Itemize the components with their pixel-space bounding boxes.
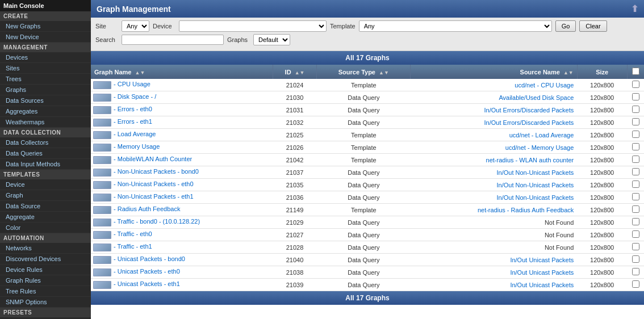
col-header-size[interactable]: Size (577, 65, 627, 79)
site-select[interactable]: Any (122, 20, 149, 32)
graph-name[interactable]: - Traffic - bond0 - (10.0.128.22) (114, 218, 200, 225)
sidebar-item-trees[interactable]: Trees (0, 74, 91, 85)
graph-name[interactable]: - Radius Auth Feedback (114, 205, 180, 212)
sidebar-item-discovered-devices[interactable]: Discovered Devices (0, 254, 91, 265)
graph-source-name[interactable]: ucd/net - Load Average (411, 129, 577, 141)
template-select[interactable]: Any (359, 20, 552, 32)
row-checkbox[interactable] (632, 181, 639, 188)
row-checkbox[interactable] (632, 168, 639, 175)
graph-name[interactable]: - Unicast Packets - eth0 (114, 268, 180, 275)
graph-source-name[interactable]: In/Out Unicast Packets (411, 266, 577, 279)
graph-size: 120x800 (577, 216, 627, 229)
sidebar-item-new-graphs[interactable]: New Graphs (0, 21, 91, 32)
graph-name[interactable]: - Unicast Packets - eth1 (114, 280, 180, 287)
graph-name[interactable]: - Memory Usage (114, 143, 160, 150)
col-header-source-type[interactable]: Source Type ▲▼ (317, 65, 411, 79)
clear-button[interactable]: Clear (579, 20, 607, 32)
graph-name[interactable]: - CPU Usage (114, 81, 150, 87)
sidebar-item-aggregates[interactable]: Aggregates (0, 106, 91, 117)
sidebar-item-device-rules[interactable]: Device Rules (0, 265, 91, 275)
graph-name[interactable]: - Non-Unicast Packets - bond0 (114, 168, 199, 175)
col-header-source-name[interactable]: Source Name ▲▼ (411, 65, 577, 79)
sidebar-item-template-data-source[interactable]: Data Source (0, 201, 91, 212)
go-button[interactable]: Go (555, 20, 576, 32)
device-select[interactable] (179, 20, 327, 32)
graph-name[interactable]: - Non-Unicast Packets - eth1 (114, 193, 194, 200)
col-header-name[interactable]: Graph Name ▲▼ (91, 65, 273, 79)
sidebar-item-new-device[interactable]: New Device (0, 32, 91, 43)
graph-source-name[interactable]: Available/Used Disk Space (411, 91, 577, 104)
sidebar-item-template-device[interactable]: Device (0, 179, 91, 190)
table-footer: All 17 Graphs (91, 291, 644, 305)
graph-source-name[interactable]: In/Out Unicast Packets (411, 279, 577, 291)
graph-source-name[interactable]: net-radius - Radius Auth Feedback (411, 204, 577, 216)
row-checkbox[interactable] (632, 143, 639, 150)
sidebar-item-data-collectors[interactable]: Data Collectors (0, 137, 91, 148)
graph-name[interactable]: - Traffic - eth0 (114, 230, 152, 237)
graph-source-name[interactable]: ucd/net - CPU Usage (411, 79, 577, 91)
select-all-checkbox[interactable] (632, 68, 639, 75)
sidebar-item-networks[interactable]: Networks (0, 243, 91, 254)
sidebar-item-weathermaps[interactable]: Weathermaps (0, 117, 91, 128)
row-checkbox[interactable] (632, 243, 639, 250)
graphs-select[interactable]: Default (253, 34, 290, 45)
graph-source-name[interactable]: ucd/net - Memory Usage (411, 141, 577, 154)
row-checkbox[interactable] (632, 156, 639, 163)
row-checkbox[interactable] (632, 193, 639, 200)
sidebar-item-tree-rules[interactable]: Tree Rules (0, 286, 91, 297)
row-checkbox[interactable] (632, 280, 639, 288)
search-input[interactable] (122, 35, 224, 45)
sidebar-item-data-queries[interactable]: Data Queries (0, 148, 91, 159)
row-checkbox[interactable] (632, 255, 639, 263)
row-checkbox[interactable] (632, 268, 639, 275)
graph-source-name[interactable]: In/Out Errors/Discarded Packets (411, 104, 577, 116)
table-row: - Traffic - eth021027Data QueryNot Found… (91, 229, 644, 241)
row-checkbox[interactable] (632, 131, 639, 138)
graph-name[interactable]: - MobileWLAN Auth Counter (114, 156, 192, 162)
table-row: - Unicast Packets - eth121039Data QueryI… (91, 279, 644, 291)
sidebar-item-data-input-methods[interactable]: Data Input Methods (0, 159, 91, 170)
sidebar-item-template-color[interactable]: Color (0, 223, 91, 233)
table-section-header: All 17 Graphs (91, 51, 644, 65)
row-checkbox[interactable] (632, 81, 639, 88)
sidebar-item-template-aggregate[interactable]: Aggregate (0, 212, 91, 223)
graph-name[interactable]: - Disk Space - / (114, 93, 156, 100)
graph-name[interactable]: - Traffic - eth1 (114, 243, 152, 250)
graph-name[interactable]: - Errors - eth0 (114, 106, 152, 112)
graph-name[interactable]: - Unicast Packets - bond0 (114, 255, 185, 262)
graph-source-type: Data Query (317, 254, 411, 266)
row-checkbox[interactable] (632, 230, 639, 238)
graph-name[interactable]: - Load Average (114, 131, 156, 137)
sidebar-item-snmp-options[interactable]: SNMP Options (0, 297, 91, 308)
collapse-icon[interactable]: ⬆ (631, 3, 638, 14)
graph-size: 120x800 (577, 266, 627, 279)
graph-name[interactable]: - Errors - eth1 (114, 118, 152, 125)
graph-thumbnail (93, 231, 111, 239)
graph-source-name[interactable]: In/Out Non-Unicast Packets (411, 191, 577, 204)
sidebar-item-devices[interactable]: Devices (0, 52, 91, 63)
sidebar-item-sites[interactable]: Sites (0, 63, 91, 74)
graph-source-name[interactable]: In/Out Non-Unicast Packets (411, 179, 577, 191)
graph-name[interactable]: - Non-Unicast Packets - eth0 (114, 181, 194, 187)
col-header-checkbox[interactable] (627, 65, 644, 79)
graph-source-name[interactable]: In/Out Unicast Packets (411, 254, 577, 266)
filter-row-2: Search Graphs Default (95, 34, 639, 45)
device-label: Device (153, 23, 175, 30)
row-checkbox[interactable] (632, 106, 639, 113)
sidebar-item-graphs[interactable]: Graphs (0, 85, 91, 95)
row-checkbox[interactable] (632, 93, 639, 100)
graph-source-name[interactable]: net-radius - WLAN auth counter (411, 154, 577, 166)
graph-source-type: Template (317, 204, 411, 216)
graph-source-type: Data Query (317, 241, 411, 254)
row-checkbox[interactable] (632, 118, 639, 125)
graph-source-name[interactable]: In/Out Errors/Discarded Packets (411, 116, 577, 129)
sidebar-item-template-graph[interactable]: Graph (0, 190, 91, 201)
col-header-id[interactable]: ID ▲▼ (273, 65, 316, 79)
graph-source-name[interactable]: In/Out Non-Unicast Packets (411, 166, 577, 179)
row-checkbox[interactable] (632, 205, 639, 213)
graph-source-name: Not Found (411, 216, 577, 229)
sidebar-item-graph-rules[interactable]: Graph Rules (0, 275, 91, 286)
graph-source-type: Data Query (317, 104, 411, 116)
sidebar-item-data-sources[interactable]: Data Sources (0, 95, 91, 106)
row-checkbox[interactable] (632, 218, 639, 225)
